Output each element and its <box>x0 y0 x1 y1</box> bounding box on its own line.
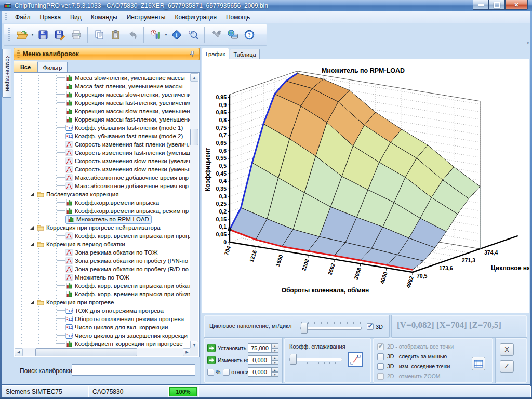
tree-item[interactable]: Скорость изменения slow-пленки (увелич. <box>15 157 191 165</box>
tree-item[interactable]: Коррекция массы fast-пленки, уменьшени <box>15 115 191 124</box>
tree-item[interactable]: Коэфф. корр. времени впрыска при обкат <box>15 282 191 290</box>
find-value-icon[interactable]: 110 <box>185 26 202 44</box>
tree-item[interactable]: Масса slow-пленки, уменьшение массы <box>15 74 191 82</box>
spin-up-icon[interactable]: ▲ <box>272 367 278 372</box>
spin-up-icon[interactable]: ▲ <box>272 355 278 360</box>
tree-item[interactable]: 1.2Коэфф. убывания fast-пленки (mode 1) <box>15 124 191 132</box>
scroll-thumb[interactable] <box>190 129 198 145</box>
menu-item-вид[interactable]: Вид <box>65 12 86 22</box>
menu-item-файл[interactable]: Файл <box>10 12 35 22</box>
option-checkbox[interactable]: ✔ <box>377 343 384 350</box>
tree-vertical-scrollbar[interactable]: ▲ ▼ <box>190 73 198 349</box>
spin-up-icon[interactable]: ▲ <box>272 343 278 348</box>
help-icon[interactable]: ? <box>241 26 258 44</box>
tree-item[interactable]: Скорость изменения fast-пленки (увелич.м <box>15 140 191 149</box>
print-icon[interactable] <box>68 26 85 44</box>
compare-charts-icon[interactable] <box>147 26 164 44</box>
compare-charts-dropdown-icon[interactable]: ▼ <box>164 26 168 44</box>
menu-item-правка[interactable]: Правка <box>35 12 66 22</box>
spin-down-icon[interactable]: ▼ <box>272 372 278 377</box>
minimize-button[interactable] <box>473 0 489 10</box>
tree-item[interactable]: 1.2Коэфф. убывания fast-пленки (mode 2) <box>15 132 191 140</box>
tree-item[interactable]: Коэфф. корр. времени впрыска при прогр <box>15 232 191 240</box>
expander-icon[interactable] <box>30 300 34 305</box>
tree-item[interactable]: Скорость изменения slow-пленки (уменьш <box>15 165 191 174</box>
option-checkbox[interactable] <box>377 353 384 360</box>
tree-item[interactable]: Коэфф. корр. времени впрыска при обкат <box>15 290 191 298</box>
copy-icon[interactable] <box>91 26 108 44</box>
expander-icon[interactable] <box>30 192 34 197</box>
tree-item[interactable]: 1.2Число циклов для вкл. коррекции <box>15 323 191 331</box>
tree-item[interactable]: 1.2Обороты отключения режима прогрева <box>15 315 191 323</box>
pin-icon[interactable] <box>189 50 196 58</box>
value-spinner[interactable]: 0,000▲▼ <box>248 367 278 377</box>
cyclic-load-slider[interactable] <box>300 327 362 330</box>
percent-checkbox[interactable] <box>207 369 214 376</box>
tab-all[interactable]: Все <box>14 61 37 72</box>
tab-graph[interactable]: График <box>202 48 229 59</box>
paste-icon[interactable] <box>108 26 124 44</box>
z-axis-button[interactable]: Z <box>500 360 514 373</box>
tree-item[interactable]: Коэфф.корр.времени впрыска <box>15 198 191 207</box>
apply-smoothing-button[interactable] <box>348 352 363 367</box>
undo-icon[interactable] <box>124 26 141 44</box>
tree-folder[interactable]: Коррекция при прогреве <box>15 298 191 307</box>
tree-horizontal-scrollbar[interactable]: ◀ ▶ <box>15 348 191 356</box>
tree-item[interactable]: Макс.абсолютное добавочное время впр <box>15 182 191 190</box>
tree-item[interactable]: Множитель по RPM-LOAD <box>15 215 191 223</box>
tree-item[interactable]: Скорость изменения fast-пленки (уменьш. <box>15 149 191 157</box>
menu-item-команды[interactable]: Команды <box>86 12 122 22</box>
apply-arrow-button[interactable] <box>207 356 216 364</box>
toolbar-grip-handle[interactable] <box>8 28 10 42</box>
scroll-up-icon[interactable]: ▲ <box>190 73 198 82</box>
slider-track[interactable] <box>289 358 342 361</box>
tree-item[interactable]: Зона режима обкатки по пробегу (P/N-по <box>15 257 191 265</box>
value-spinner[interactable]: 0,000▲▼ <box>248 355 278 365</box>
tree-item[interactable]: 1.2Число циклов для завершения коррекци <box>15 331 191 340</box>
open-file-dropdown-icon[interactable]: ▼ <box>30 26 35 44</box>
tree-item-selected[interactable]: Множитель по RPM-LOAD <box>65 215 152 224</box>
smoothing-slider[interactable] <box>289 358 342 361</box>
apply-arrow-button[interactable] <box>207 344 216 352</box>
tree-item[interactable]: Зона режима обкатки по ТОЖ <box>15 248 191 257</box>
edit-table-button[interactable] <box>472 357 485 370</box>
tab-table[interactable]: Таблица <box>230 49 260 59</box>
x-axis-button[interactable]: X <box>500 343 514 356</box>
tree-item[interactable]: 1.2ТОЖ для откл.режима прогрева <box>15 307 191 315</box>
tab-filter[interactable]: Фильтр <box>37 62 68 72</box>
surface-chart[interactable]: 00,050,10,150,20,250,30,350,40,450,50,55… <box>202 59 529 313</box>
calibration-search-input[interactable] <box>72 364 195 376</box>
tree-item[interactable]: Масса fast-пленки, уменьшение массы <box>15 82 191 90</box>
close-button[interactable]: ✕ <box>505 0 528 10</box>
save-file-icon[interactable] <box>35 26 51 44</box>
3d-checkbox[interactable]: ✔ <box>367 323 374 330</box>
info-icon[interactable]: i <box>168 26 185 44</box>
scroll-thumb[interactable] <box>35 348 137 356</box>
tree-item[interactable]: Коррекция массы fast-пленки, увеличение <box>15 99 191 107</box>
tree-item[interactable]: Коррекция массы slow-пленки, уменьшен <box>15 107 191 115</box>
toolbar-overflow-icon[interactable]: ▾ <box>527 41 529 45</box>
panel-grip-handle[interactable] <box>17 50 20 58</box>
tree-item[interactable]: Коррекция массы slow-пленки, увеличени <box>15 90 191 99</box>
scroll-left-icon[interactable]: ◀ <box>15 348 23 356</box>
tree-folder[interactable]: Коррекция при прогреве нейтрализатора <box>15 223 191 232</box>
tree-folder[interactable]: Коррекция в период обкатки <box>15 240 191 248</box>
menu-item-инструменты[interactable]: Инструменты <box>122 12 170 22</box>
slider-track[interactable] <box>300 327 362 330</box>
menu-item-конфигурация[interactable]: Конфигурация <box>170 12 221 22</box>
value-spinner[interactable]: 75,000▲▼ <box>248 343 278 353</box>
open-file-icon[interactable] <box>14 26 30 44</box>
expander-icon[interactable] <box>30 242 34 247</box>
online-icon[interactable] <box>224 26 241 44</box>
menu-item-помощь[interactable]: Помощь <box>221 12 255 22</box>
expander-icon[interactable] <box>30 225 34 230</box>
slider-thumb[interactable] <box>290 354 297 365</box>
maximize-button[interactable] <box>489 0 505 10</box>
option-checkbox[interactable] <box>377 363 384 370</box>
tree-item[interactable]: Зона режима обкатки по пробегу (R/D-по <box>15 265 191 273</box>
tab-comments[interactable]: Комментарии <box>2 49 11 98</box>
spin-down-icon[interactable]: ▼ <box>272 360 278 365</box>
tree-item[interactable]: Макс.абсолютное добавочное время впр <box>15 174 191 182</box>
save-as-icon[interactable] <box>51 26 68 44</box>
tree-folder[interactable]: Послепусковая коррекция <box>15 190 191 198</box>
